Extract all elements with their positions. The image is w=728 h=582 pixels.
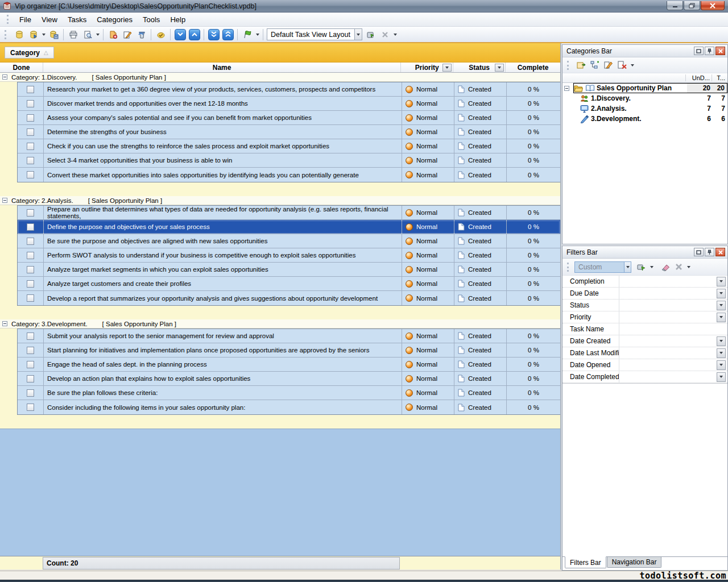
menu-view[interactable]: View	[36, 14, 63, 26]
filter-field-value[interactable]	[619, 311, 717, 323]
move-up-button[interactable]	[189, 29, 200, 40]
task-checkbox[interactable]	[27, 223, 34, 231]
menu-tools[interactable]: Tools	[138, 14, 165, 26]
task-row[interactable]: Develop a report that summarizes your op…	[18, 291, 560, 305]
task-row[interactable]: Engage the head of sales dept. in the pl…	[18, 357, 560, 372]
filter-dropdown-button[interactable]	[717, 301, 726, 310]
filter-field-value[interactable]	[619, 300, 717, 311]
task-checkbox[interactable]	[27, 143, 34, 150]
status-filter-dropdown[interactable]	[495, 64, 504, 72]
delete-filter-button[interactable]	[672, 261, 685, 273]
category-group-header[interactable]: Category: 2.Analysis.[ Sales Opportunity…	[0, 196, 560, 205]
task-checkbox[interactable]	[27, 375, 34, 383]
menu-tasks[interactable]: Tasks	[63, 14, 92, 26]
panel-restore-button[interactable]	[694, 47, 704, 55]
print-preview-dropdown[interactable]	[94, 28, 101, 41]
task-row[interactable]: Perform SWOT analysis to understand if y…	[18, 248, 560, 263]
column-header-name[interactable]: Name	[43, 63, 400, 72]
filter-field-value[interactable]	[619, 359, 717, 371]
panel-pin-button[interactable]	[705, 47, 714, 55]
save-filter-button[interactable]	[635, 261, 648, 273]
print-button[interactable]	[66, 28, 80, 41]
tree-column-undone[interactable]: UnD...	[685, 74, 712, 81]
add-category-button[interactable]	[588, 59, 602, 72]
edit-task-button[interactable]	[120, 28, 134, 41]
layout-combobox-dropdown[interactable]	[354, 29, 362, 40]
new-database-button[interactable]	[12, 28, 26, 41]
task-checkbox[interactable]	[27, 361, 34, 368]
task-row[interactable]: Check if you can use the strengths to re…	[18, 139, 560, 153]
new-list-button[interactable]	[574, 59, 588, 72]
column-header-status[interactable]: Status	[453, 63, 505, 72]
task-checkbox[interactable]	[27, 280, 34, 288]
tree-column-total[interactable]: T...	[712, 74, 727, 81]
task-row[interactable]: Assess your company's sales potential an…	[18, 111, 560, 125]
tab-navigation-bar[interactable]: Navigation Bar	[607, 557, 662, 568]
notify-dropdown[interactable]	[254, 28, 260, 41]
priority-filter-dropdown[interactable]	[442, 64, 452, 72]
collapse-icon[interactable]	[564, 86, 569, 91]
collapse-icon[interactable]	[2, 321, 7, 326]
print-preview-button[interactable]	[80, 28, 94, 41]
collapse-icon[interactable]	[2, 198, 7, 203]
task-checkbox[interactable]	[27, 100, 34, 107]
task-checkbox[interactable]	[27, 252, 34, 259]
menu-file[interactable]: File	[14, 14, 36, 26]
task-row[interactable]: Analyze target market segments in which …	[18, 263, 560, 277]
task-row[interactable]: Prepare an outline that determines what …	[18, 206, 560, 220]
tree-row-analysis[interactable]: 2.Analysis. 7 7	[562, 103, 727, 114]
open-database-dropdown[interactable]	[40, 28, 47, 41]
task-checkbox[interactable]	[27, 266, 34, 273]
menu-help[interactable]: Help	[165, 14, 191, 26]
minimize-button[interactable]	[667, 1, 683, 10]
tree-row-discovery[interactable]: 1.Discovery. 7 7	[562, 93, 727, 103]
task-row[interactable]: Determine the strengths of your business…	[18, 125, 560, 139]
task-row[interactable]: Consider including the following items i…	[18, 400, 560, 414]
move-to-bottom-button[interactable]	[208, 29, 220, 40]
filter-field-value[interactable]	[619, 276, 717, 287]
close-button[interactable]	[701, 1, 725, 10]
filter-field-value[interactable]	[619, 371, 717, 383]
save-database-button[interactable]	[47, 28, 61, 41]
filter-field-value[interactable]	[619, 335, 717, 347]
filter-field-value[interactable]	[619, 288, 717, 299]
move-down-button[interactable]	[175, 29, 186, 40]
delete-layout-button[interactable]	[378, 28, 392, 41]
task-row[interactable]: Select 3-4 market opportunities that you…	[18, 153, 560, 168]
add-task-button[interactable]	[106, 28, 120, 41]
filter-dropdown-button[interactable]	[717, 360, 726, 370]
edit-category-button[interactable]	[602, 59, 615, 72]
clear-filter-button[interactable]	[658, 261, 672, 273]
delete-task-button[interactable]	[134, 28, 148, 41]
category-group-header[interactable]: Category: 1.Discovery.[ Sales Opportunit…	[0, 73, 560, 82]
task-checkbox[interactable]	[27, 294, 34, 302]
task-checkbox[interactable]	[27, 389, 34, 397]
panel-restore-button[interactable]	[694, 248, 704, 256]
task-row[interactable]: Submit your analysis report to the senio…	[18, 329, 560, 343]
toolbar-options-dropdown[interactable]	[392, 28, 398, 41]
notify-button[interactable]	[240, 28, 254, 41]
task-checkbox[interactable]	[27, 347, 34, 354]
category-group-header[interactable]: Category: 3.Development.[ Sales Opportun…	[0, 319, 560, 329]
filter-preset-combobox[interactable]: Custom	[574, 261, 624, 273]
panel-close-button[interactable]	[715, 47, 725, 55]
column-header-done[interactable]: Done	[0, 63, 43, 72]
move-to-top-button[interactable]	[222, 29, 234, 40]
task-checkbox[interactable]	[27, 157, 34, 164]
task-checkbox[interactable]	[27, 209, 34, 217]
task-checkbox[interactable]	[27, 86, 34, 93]
task-row[interactable]: Define the purpose and objectives of you…	[18, 220, 560, 234]
save-layout-button[interactable]	[363, 28, 378, 41]
tree-row-plan[interactable]: Sales Opportunity Plan 20 20	[562, 83, 727, 93]
task-checkbox[interactable]	[27, 238, 34, 245]
filter-dropdown-button[interactable]	[717, 289, 726, 298]
task-checkbox[interactable]	[27, 114, 34, 122]
task-row[interactable]: Research your market to get a 360 degree…	[18, 82, 560, 97]
task-row[interactable]: Develop an action plan that explains how…	[18, 372, 560, 386]
task-row[interactable]: Convert these market opportunities into …	[18, 168, 560, 182]
menu-categories[interactable]: Categories	[92, 14, 138, 26]
task-row[interactable]: Discover market trends and opportunities…	[18, 97, 560, 111]
filter-dropdown-button[interactable]	[717, 372, 726, 382]
open-database-button[interactable]	[26, 28, 40, 41]
categories-toolbar-dropdown[interactable]	[629, 59, 635, 72]
